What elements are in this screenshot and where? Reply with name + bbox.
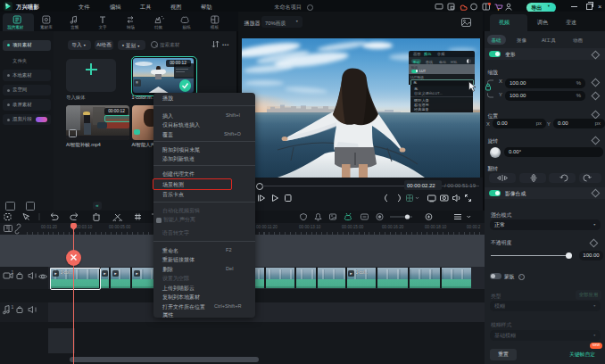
svg-text:1: 1 xyxy=(12,269,14,275)
svg-text:1: 1 xyxy=(12,304,14,310)
